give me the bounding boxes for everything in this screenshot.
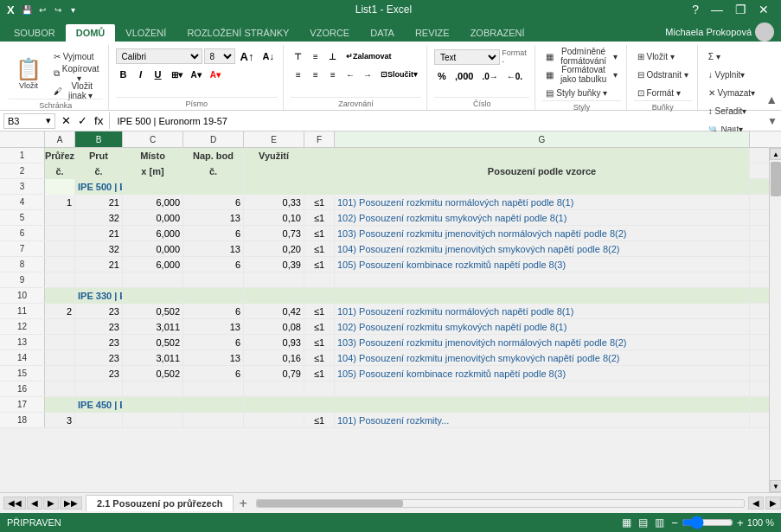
indent-dec-btn[interactable]: ← — [342, 67, 358, 82]
vlozit-large-btn[interactable]: 📋 Vložit — [9, 48, 48, 99]
cell-d5[interactable]: 13 — [183, 210, 244, 226]
cell-d7[interactable]: 13 — [183, 241, 244, 257]
merge-btn[interactable]: ⊡Sloučit▾ — [377, 67, 421, 82]
tab-next-btn[interactable]: ▶ — [43, 497, 59, 510]
font-color-btn[interactable]: A▾ — [207, 67, 224, 82]
align-center-btn[interactable]: ≡ — [308, 67, 323, 82]
hscroll-thumb[interactable] — [257, 500, 403, 507]
cell-f15[interactable]: ≤1 — [304, 366, 335, 381]
tab-soubor[interactable]: SOUBOR — [3, 24, 66, 42]
cell-d8[interactable]: 6 — [183, 257, 244, 272]
cell-c4[interactable]: 6,000 — [123, 195, 183, 210]
row-header-8[interactable]: 8 — [0, 257, 45, 272]
cell-d16[interactable] — [183, 381, 244, 397]
cell-g6[interactable]: 103) Posouzení rozkmitu jmenovitých norm… — [335, 226, 750, 241]
cell-g17[interactable] — [335, 397, 750, 413]
row-header-10[interactable]: 10 — [0, 288, 45, 303]
cell-e13[interactable]: 0,93 — [244, 335, 304, 350]
cell-f6[interactable]: ≤1 — [304, 226, 335, 241]
cell-d1[interactable]: Nap. bod — [183, 148, 244, 163]
cell-b13[interactable]: 23 — [75, 335, 123, 350]
cell-g3[interactable] — [335, 179, 750, 195]
cell-b11[interactable]: 23 — [75, 304, 123, 319]
odstranit-btn[interactable]: ⊟ Odstranit ▾ — [634, 67, 692, 82]
tab-rozlozeni[interactable]: ROZLOŽENÍ STRÁNKY — [176, 24, 299, 42]
cell-b17[interactable]: IPE 450 | Euronorm 19-57 — [75, 397, 123, 413]
cell-b3[interactable]: IPE 500 | Euronorm 19-57 — [75, 179, 123, 195]
cell-b15[interactable]: 23 — [75, 366, 123, 381]
row-header-9[interactable]: 9 — [0, 272, 45, 287]
row-header-7[interactable]: 7 — [0, 241, 45, 256]
align-top-btn[interactable]: ⊤ — [291, 48, 306, 64]
cell-c18[interactable] — [123, 413, 183, 428]
cell-g7[interactable]: 104) Posouzení rozkmitu jmenovitých smyk… — [335, 241, 750, 257]
cell-d12[interactable]: 13 — [183, 319, 244, 335]
tab-vzorce[interactable]: VZORCE — [299, 24, 360, 42]
cell-e6[interactable]: 0,73 — [244, 226, 304, 241]
row-header-4[interactable]: 4 — [0, 195, 45, 209]
cell-c13[interactable]: 0,502 — [123, 335, 183, 350]
thousands-btn[interactable]: ,000 — [451, 68, 477, 84]
cell-d11[interactable]: 6 — [183, 304, 244, 319]
bold-btn[interactable]: B — [116, 67, 131, 82]
active-sheet-tab[interactable]: 2.1 Posouzení po průřezech — [86, 495, 234, 511]
cell-a11[interactable]: 2 — [45, 304, 75, 319]
horizontal-scrollbar[interactable] — [256, 499, 745, 508]
cell-e8[interactable]: 0,39 — [244, 257, 304, 272]
podminek-btn[interactable]: ▦ Podmíněné formátování ▾ — [542, 48, 620, 64]
formula-input[interactable] — [113, 116, 764, 126]
cell-d15[interactable]: 6 — [183, 366, 244, 381]
save-quick-btn[interactable]: 💾 — [20, 3, 34, 16]
tab-domu[interactable]: DOMŮ — [66, 24, 116, 42]
view-page-break-btn[interactable]: ▥ — [655, 516, 664, 529]
cell-g14[interactable]: 104) Posouzení rozkmitu jmenovitých smyk… — [335, 350, 750, 366]
cut-btn[interactable]: ✂ Vyjmout — [50, 48, 103, 64]
align-right-btn[interactable]: ≡ — [325, 67, 341, 82]
cell-b8[interactable]: 21 — [75, 257, 123, 272]
cell-g8[interactable]: 105) Posouzení kombinace rozkmitů napětí… — [335, 257, 750, 272]
cell-b16[interactable] — [75, 381, 123, 397]
cell-a1[interactable]: Průřez — [45, 148, 75, 163]
row-header-1[interactable]: 1 — [0, 148, 45, 163]
cell-f4[interactable]: ≤1 — [304, 195, 335, 210]
cell-e18[interactable] — [244, 413, 304, 428]
cell-f12[interactable]: ≤1 — [304, 319, 335, 335]
help-btn[interactable]: ? — [687, 1, 704, 18]
cell-b9[interactable] — [75, 272, 123, 288]
col-header-e[interactable]: E — [244, 131, 304, 147]
cell-b10[interactable]: IPE 330 | Euronorm 19-57 — [75, 288, 123, 304]
cell-b18[interactable] — [75, 413, 123, 428]
row-header-17[interactable]: 17 — [0, 397, 45, 412]
align-left-btn[interactable]: ≡ — [291, 67, 306, 82]
zoom-slider[interactable] — [682, 516, 733, 529]
view-page-layout-btn[interactable]: ▤ — [638, 516, 648, 529]
cell-b7[interactable]: 32 — [75, 241, 123, 257]
cell-e15[interactable]: 0,79 — [244, 366, 304, 381]
cell-e17[interactable] — [244, 397, 304, 413]
col-header-b[interactable]: B — [75, 131, 123, 147]
cell-g5[interactable]: 102) Posouzení rozkmitu smykových napětí… — [335, 210, 750, 226]
border-btn[interactable]: ⊞▾ — [168, 67, 186, 82]
cell-a14[interactable] — [45, 350, 75, 366]
row-header-6[interactable]: 6 — [0, 226, 45, 240]
wrap-text-btn[interactable]: ↵Zalamovat — [342, 48, 395, 64]
font-name-select[interactable]: Calibri — [116, 48, 202, 64]
cell-f8[interactable]: ≤1 — [304, 257, 335, 272]
row-header-18[interactable]: 18 — [0, 413, 45, 427]
cell-g9[interactable] — [335, 272, 750, 288]
cell-a7[interactable] — [45, 241, 75, 257]
zoom-out-btn[interactable]: − — [671, 516, 678, 529]
cell-g2[interactable]: Posouzení podle vzorce — [335, 163, 750, 179]
row-header-12[interactable]: 12 — [0, 319, 45, 334]
formatovat-tabulku-btn[interactable]: ▦ Formátovat jako tabulku ▾ — [542, 67, 620, 82]
ribbon-collapse-btn[interactable]: ▲ — [765, 93, 778, 106]
cell-g16[interactable] — [335, 381, 750, 397]
cell-c17[interactable] — [123, 397, 183, 413]
row-header-13[interactable]: 13 — [0, 335, 45, 349]
cell-f14[interactable]: ≤1 — [304, 350, 335, 366]
tab-prev-btn[interactable]: ◀ — [27, 497, 42, 510]
cell-b6[interactable]: 21 — [75, 226, 123, 241]
row-header-3[interactable]: 3 — [0, 179, 45, 194]
align-bottom-btn[interactable]: ⊥ — [325, 48, 341, 64]
decrease-decimal-btn[interactable]: ←0. — [503, 68, 526, 84]
